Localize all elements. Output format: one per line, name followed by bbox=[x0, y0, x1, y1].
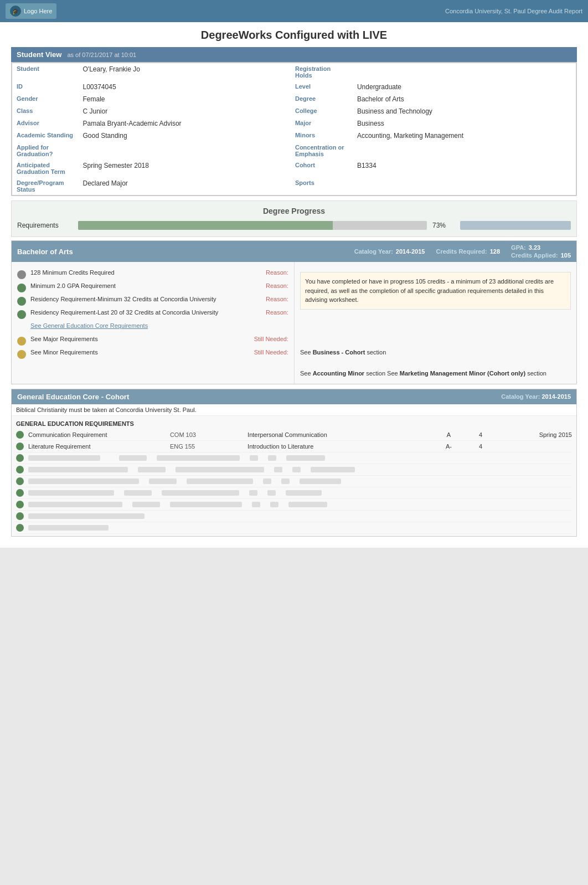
blurred-code-4 bbox=[124, 490, 152, 496]
course-name-com103: Interpersonal Communication bbox=[247, 431, 431, 438]
blurred-req-7 bbox=[28, 525, 109, 531]
catalog-year-label: Catalog Year: bbox=[354, 248, 393, 255]
blurred-name-4 bbox=[162, 490, 239, 496]
student-view-title: Student View bbox=[17, 50, 61, 59]
requirements-col: 128 Minimum Credits Required Reason: Min… bbox=[12, 262, 294, 384]
minors-value: Accounting, Marketing Management bbox=[353, 130, 576, 142]
gen-ed-header: General Education Core - Cohort Catalog … bbox=[12, 389, 576, 404]
progress-percent: 73% bbox=[432, 222, 455, 229]
credits-applied-label: Credits Applied: bbox=[511, 252, 558, 259]
course-req-eng: Literature Requirement bbox=[28, 443, 166, 450]
reg-holds-value bbox=[353, 63, 576, 81]
req-major-still-needed: Still Needed: bbox=[254, 336, 288, 342]
student-info-section: Student O'Leary, Frankie Jo Registration… bbox=[11, 62, 577, 196]
req-major: See Major Requirements Still Needed: bbox=[17, 334, 288, 347]
bachelor-section: Bachelor of Arts Catalog Year: 2014-2015… bbox=[11, 240, 577, 384]
req-residency-32: Residency Requirement-Minimum 32 Credits… bbox=[17, 294, 288, 307]
req-res-last-reason: Reason: bbox=[266, 309, 288, 316]
blurred-row-7 bbox=[16, 522, 572, 534]
cohort-value: B1334 bbox=[353, 159, 576, 177]
req-min-credits-text: 128 Minimum Credits Required bbox=[30, 269, 259, 276]
req-gen-ed: See General Education Core Requirements bbox=[17, 321, 288, 334]
level-label: Level bbox=[286, 81, 353, 93]
course-credits-com103: 4 bbox=[467, 431, 494, 438]
blurred-grade-2 bbox=[274, 467, 282, 472]
major-value: Business bbox=[353, 117, 576, 130]
blurred-grade-5 bbox=[252, 502, 260, 507]
descriptions-col: You have completed or have in progress 1… bbox=[294, 262, 576, 384]
student-value: O'Leary, Frankie Jo bbox=[79, 63, 286, 81]
blurred-credits-3 bbox=[281, 478, 290, 484]
blurred-credits-5 bbox=[270, 502, 278, 507]
degree-label: Degree bbox=[286, 93, 353, 105]
blurred-credits-4 bbox=[267, 490, 276, 496]
major-desc-text: See Business - Cohort section bbox=[300, 349, 386, 356]
blurred-term-5 bbox=[288, 502, 327, 507]
concentration-label: Concentration or Emphasis bbox=[286, 142, 353, 159]
class-value: C Junior bbox=[79, 105, 286, 117]
course-code-com103: COM 103 bbox=[170, 431, 243, 438]
req-res32-reason: Reason: bbox=[266, 296, 288, 302]
id-label: ID bbox=[12, 81, 79, 93]
req-minor-still-needed: Still Needed: bbox=[254, 349, 288, 356]
page-title: DegreeWorks Configured with LIVE bbox=[11, 22, 577, 47]
req-icon-major bbox=[17, 337, 26, 346]
req-icon-incomplete bbox=[17, 270, 26, 279]
course-icon-com103 bbox=[16, 431, 24, 439]
gpa-value: 3.23 bbox=[529, 244, 540, 251]
blurred-term-1 bbox=[286, 455, 325, 461]
course-term-com103: Spring 2015 bbox=[499, 431, 572, 438]
reg-holds-label: Registration Holds bbox=[286, 63, 353, 81]
credits-required-label: Credits Required: bbox=[436, 248, 487, 255]
degree-progress-title: Degree Progress bbox=[17, 207, 571, 215]
blurred-grade-4 bbox=[249, 490, 257, 496]
blurred-term-3 bbox=[300, 478, 341, 484]
blurred-req-1 bbox=[28, 455, 100, 461]
blurred-row-1 bbox=[16, 452, 572, 464]
concentration-value bbox=[353, 142, 576, 159]
credits-required-item: Credits Required: 128 bbox=[436, 244, 500, 259]
course-grade-com103: A bbox=[435, 431, 463, 438]
degree-status-label: Degree/Program Status bbox=[12, 177, 79, 195]
degree-value: Bachelor of Arts bbox=[353, 93, 576, 105]
req-icon-minor bbox=[17, 350, 26, 359]
blurred-icon-2 bbox=[16, 466, 24, 474]
blurred-code-2 bbox=[138, 467, 166, 472]
blurred-row-5 bbox=[16, 499, 572, 511]
catalog-year-item: Catalog Year: 2014-2015 bbox=[354, 244, 425, 259]
minor-accounting-bold: Accounting Minor bbox=[313, 370, 365, 377]
course-code-eng155: ENG 155 bbox=[170, 443, 243, 450]
gen-ed-note: Biblical Christianity must be taken at C… bbox=[12, 404, 576, 416]
major-description: See Business - Cohort section bbox=[300, 347, 571, 357]
blurred-credits-1 bbox=[268, 455, 276, 461]
degree-progress-section: Degree Progress Requirements 73% bbox=[11, 200, 577, 237]
logo: 🎓 Logo Here bbox=[6, 3, 56, 19]
gen-ed-catalog-value: 2014-2015 bbox=[541, 393, 571, 400]
blurred-credits-2 bbox=[292, 467, 301, 472]
blurred-name-3 bbox=[187, 478, 253, 484]
anticipated-value: Spring Semester 2018 bbox=[79, 159, 286, 177]
gen-ed-title: General Education Core - Cohort bbox=[17, 393, 129, 401]
blurred-req-3 bbox=[28, 478, 139, 484]
gender-value: Female bbox=[79, 93, 286, 105]
minors-label: Minors bbox=[286, 130, 353, 142]
blurred-icon-5 bbox=[16, 501, 24, 508]
blurred-icon-7 bbox=[16, 524, 24, 532]
blurred-icon-6 bbox=[16, 512, 24, 520]
gpa-item: GPA: 3.23 bbox=[511, 244, 571, 251]
gen-ed-link[interactable]: See General Education Core Requirements bbox=[30, 322, 148, 329]
blurred-term-2 bbox=[311, 467, 355, 472]
minor-marketing-bold: Marketing Management Minor (Cohort only) bbox=[400, 370, 525, 377]
minor-desc-text: See Accounting Minor section See Marketi… bbox=[300, 370, 546, 377]
blurred-icon-4 bbox=[16, 489, 24, 497]
major-label: Major bbox=[286, 117, 353, 130]
req-residency-last: Residency Requirement-Last 20 of 32 Cred… bbox=[17, 307, 288, 321]
spacer-rows bbox=[300, 314, 571, 347]
bachelor-body: 128 Minimum Credits Required Reason: Min… bbox=[12, 262, 576, 384]
blurred-row-4 bbox=[16, 487, 572, 499]
req-icon-residency32 bbox=[17, 297, 26, 306]
secondary-progress-bar bbox=[460, 221, 571, 230]
blurred-icon-3 bbox=[16, 477, 24, 485]
gen-ed-body: GENERAL EDUCATION REQUIREMENTS Communica… bbox=[12, 416, 576, 536]
cohort-label: Cohort bbox=[286, 159, 353, 177]
